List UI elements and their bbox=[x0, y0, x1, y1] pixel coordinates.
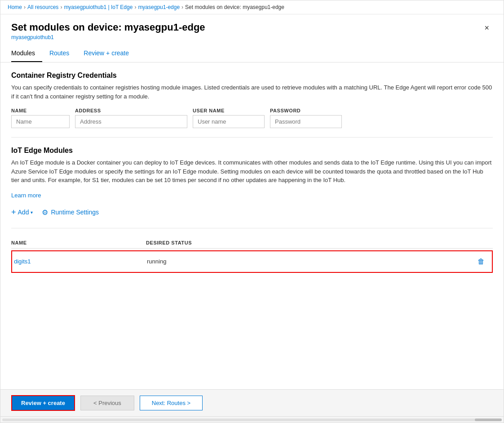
address-field-group: ADDRESS bbox=[75, 108, 187, 128]
password-input[interactable] bbox=[270, 115, 342, 128]
breadcrumb-device[interactable]: myasegpu1-edge bbox=[138, 4, 180, 10]
iot-edge-modules-title: IoT Edge Modules bbox=[11, 147, 493, 155]
chevron-down-icon: ▾ bbox=[31, 210, 33, 215]
page-header: Set modules on device: myasegpu1-edge my… bbox=[0, 14, 504, 40]
runtime-settings-label: Runtime Settings bbox=[51, 209, 99, 216]
iot-edge-modules-section: IoT Edge Modules An IoT Edge module is a… bbox=[11, 147, 493, 273]
username-field-group: USER NAME bbox=[193, 108, 265, 128]
next-routes-button[interactable]: Next: Routes > bbox=[140, 396, 203, 410]
page-subtitle: myasegpuiothub1 bbox=[11, 34, 205, 40]
section-divider-2 bbox=[11, 228, 493, 228]
registry-form-row: NAME ADDRESS USER NAME PASSWORD bbox=[11, 108, 493, 128]
page-title: Set modules on device: myasegpu1-edge bbox=[11, 22, 205, 33]
modules-table: NAME DESIRED STATUS digits1 running 🗑 bbox=[11, 237, 493, 273]
iot-edge-modules-desc: An IoT Edge module is a Docker container… bbox=[11, 158, 493, 185]
trash-icon: 🗑 bbox=[477, 258, 485, 265]
tab-review-create[interactable]: Review + create bbox=[84, 46, 136, 62]
container-registry-section: Container Registry Credentials You can s… bbox=[11, 71, 493, 128]
breadcrumb-all-resources[interactable]: All resources bbox=[27, 4, 58, 10]
module-actions-cell: 🗑 bbox=[474, 256, 488, 267]
breadcrumb-sep-3: › bbox=[134, 4, 136, 10]
breadcrumb-iothub[interactable]: myasegpuiothub1 | IoT Edge bbox=[64, 4, 133, 10]
scrollbar-thumb[interactable] bbox=[475, 419, 502, 421]
scrollbar-track bbox=[2, 419, 502, 421]
col-status-header: DESIRED STATUS bbox=[146, 240, 192, 245]
breadcrumb: Home › All resources › myasegpuiothub1 |… bbox=[0, 0, 504, 14]
section-divider-1 bbox=[11, 137, 493, 138]
table-row: digits1 running 🗑 bbox=[11, 250, 493, 273]
table-header: NAME DESIRED STATUS bbox=[11, 237, 493, 249]
username-label: USER NAME bbox=[193, 108, 265, 113]
address-input[interactable] bbox=[75, 115, 187, 128]
previous-button: < Previous bbox=[80, 396, 134, 410]
plus-icon: + bbox=[11, 208, 16, 217]
modules-toolbar: + Add ▾ ⚙ Runtime Settings bbox=[11, 206, 493, 219]
close-button[interactable]: × bbox=[481, 22, 493, 35]
learn-more-link[interactable]: Learn more bbox=[11, 192, 41, 199]
bottom-bar: Review + create < Previous Next: Routes … bbox=[0, 389, 504, 416]
gear-icon: ⚙ bbox=[42, 208, 48, 217]
review-create-button[interactable]: Review + create bbox=[11, 395, 75, 411]
breadcrumb-sep-2: › bbox=[60, 4, 62, 10]
col-name-header: NAME bbox=[11, 240, 146, 245]
name-label: NAME bbox=[11, 108, 70, 113]
breadcrumb-sep-1: › bbox=[24, 4, 26, 10]
module-status-cell: running bbox=[147, 258, 474, 265]
breadcrumb-home[interactable]: Home bbox=[8, 4, 22, 10]
username-input[interactable] bbox=[193, 115, 265, 128]
container-registry-desc: You can specify credentials to container… bbox=[11, 83, 493, 101]
tabs: Modules Routes Review + create bbox=[0, 46, 504, 62]
container-registry-title: Container Registry Credentials bbox=[11, 71, 493, 80]
name-field-group: NAME bbox=[11, 108, 70, 128]
delete-module-button[interactable]: 🗑 bbox=[474, 256, 488, 267]
add-label: Add bbox=[18, 209, 29, 216]
password-label: PASSWORD bbox=[270, 108, 342, 113]
horizontal-scrollbar[interactable] bbox=[0, 416, 504, 423]
tab-routes[interactable]: Routes bbox=[49, 46, 76, 62]
module-name-cell[interactable]: digits1 bbox=[12, 258, 147, 265]
main-content: Container Registry Credentials You can s… bbox=[0, 62, 504, 389]
add-button[interactable]: + Add ▾ bbox=[11, 206, 33, 219]
tab-modules[interactable]: Modules bbox=[11, 46, 42, 62]
breadcrumb-current: Set modules on device: myasegpu1-edge bbox=[185, 4, 284, 10]
runtime-settings-button[interactable]: ⚙ Runtime Settings bbox=[42, 206, 99, 218]
breadcrumb-sep-4: › bbox=[181, 4, 183, 10]
address-label: ADDRESS bbox=[75, 108, 187, 113]
name-input[interactable] bbox=[11, 115, 70, 128]
password-field-group: PASSWORD bbox=[270, 108, 342, 128]
